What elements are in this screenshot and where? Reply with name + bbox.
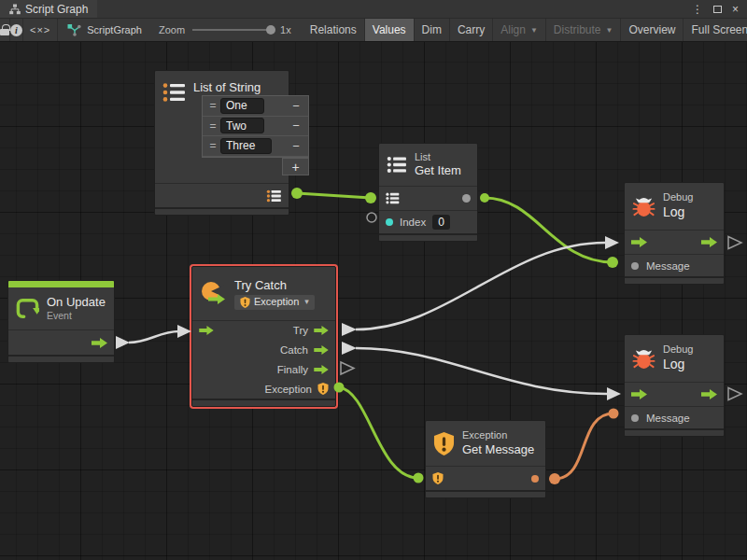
add-item-button[interactable]: + — [282, 158, 309, 175]
graph-toolbar: i <×> ScriptGraph Zoom 1x Relations Valu… — [0, 18, 747, 42]
flow-input-port[interactable] — [631, 389, 647, 399]
message-input-port[interactable] — [631, 414, 639, 422]
catch-row: Catch — [192, 340, 335, 359]
flow-output-port[interactable] — [701, 237, 717, 247]
tab-script-graph[interactable]: Script Graph — [0, 0, 97, 18]
message-input-port[interactable] — [631, 262, 639, 270]
remove-item-button[interactable]: − — [287, 139, 305, 153]
item-output-port[interactable] — [462, 194, 471, 203]
list-output-port[interactable] — [266, 189, 282, 203]
zoom-control: Zoom 1x — [151, 19, 299, 41]
flow-arrowhead — [342, 342, 357, 355]
wire-getitem-to-log-message[interactable] — [485, 198, 613, 262]
try-output-port[interactable] — [314, 326, 329, 335]
node-title: Try Catch — [234, 278, 315, 293]
node-footer — [625, 428, 724, 436]
wire-endpoint — [414, 473, 424, 483]
flow-arrowhead — [177, 325, 191, 338]
index-input-port[interactable] — [386, 218, 393, 226]
node-get-message[interactable]: Exception Get Message — [425, 420, 546, 498]
inspect-code-button[interactable]: <×> — [23, 19, 58, 41]
flow-input-port[interactable] — [631, 237, 647, 247]
wire-endpoint — [609, 409, 619, 419]
maximize-icon[interactable] — [713, 6, 722, 13]
wire-try-to-log[interactable] — [356, 243, 605, 329]
index-value-field[interactable]: 0 — [432, 215, 450, 230]
flow-arrowhead — [342, 323, 357, 336]
window-tab-bar: Script Graph ⋮ × — [0, 0, 747, 18]
wire-exception-to-getmessage[interactable] — [339, 387, 418, 478]
unconnected-value-port[interactable] — [367, 213, 376, 222]
graph-breadcrumb[interactable]: ScriptGraph — [58, 19, 151, 41]
list-item-input[interactable] — [220, 98, 264, 114]
toolbar-button-overview[interactable]: Overview — [621, 19, 684, 41]
index-input-row: Index 0 — [379, 210, 477, 233]
chevron-down-icon: ▼ — [606, 26, 613, 35]
node-footer — [192, 399, 335, 406]
flow-arrowhead — [116, 336, 130, 349]
node-get-item[interactable]: List Get Item Index 0 — [378, 143, 478, 242]
node-type: Debug — [663, 343, 693, 357]
toolbar-button-distribute[interactable]: Distribute ▼ — [546, 19, 622, 41]
wire-onupdate-to-trycatch[interactable] — [129, 331, 179, 343]
unconnected-flow-port[interactable] — [341, 362, 354, 374]
port-label: Exception — [264, 384, 312, 395]
drag-handle-icon[interactable]: = — [205, 119, 220, 133]
node-footer — [426, 490, 545, 497]
toolbar-button-relations[interactable]: Relations — [303, 19, 365, 41]
flow-row — [625, 382, 724, 406]
node-title: On Update — [47, 295, 106, 310]
lock-button[interactable] — [0, 19, 10, 41]
toolbar-button-dim[interactable]: Dim — [415, 19, 450, 41]
wire-catch-to-log[interactable] — [356, 348, 607, 394]
node-debug-log-top[interactable]: Debug Log Message — [624, 182, 725, 285]
list-item-input[interactable] — [220, 118, 264, 133]
zoom-slider[interactable] — [192, 29, 273, 31]
unconnected-flow-port[interactable] — [728, 237, 741, 249]
toolbar-button-values[interactable]: Values — [365, 19, 415, 41]
flow-output-port[interactable] — [701, 389, 717, 399]
close-icon[interactable]: × — [732, 4, 739, 15]
zoom-label: Zoom — [159, 24, 185, 35]
list-icon — [387, 156, 407, 174]
node-debug-log-bottom[interactable]: Debug Log Message — [624, 334, 725, 437]
catch-output-port[interactable] — [314, 345, 329, 355]
lock-icon — [0, 29, 9, 35]
drag-handle-icon[interactable]: = — [205, 99, 220, 112]
info-button[interactable]: i — [10, 19, 23, 41]
window-menu-icon[interactable]: ⋮ — [692, 4, 703, 15]
list-input-port[interactable] — [386, 192, 400, 204]
node-title: Log — [663, 204, 693, 221]
drag-handle-icon[interactable]: = — [205, 139, 220, 152]
finally-output-port[interactable] — [314, 365, 329, 374]
exception-type-dropdown[interactable]: Exception ▾ — [234, 295, 315, 310]
exception-output-port[interactable] — [317, 383, 329, 395]
toolbar-button-carry[interactable]: Carry — [450, 19, 493, 41]
flow-input-port[interactable] — [199, 326, 214, 335]
port-label: Try — [293, 325, 308, 336]
list-item-input[interactable] — [220, 138, 272, 154]
flow-row — [625, 230, 724, 254]
node-on-update[interactable]: On Update Event — [7, 280, 115, 363]
message-row: Message — [625, 406, 724, 428]
flow-output-port[interactable] — [92, 338, 107, 348]
message-output-port[interactable] — [531, 475, 539, 483]
remove-item-button[interactable]: − — [287, 119, 305, 133]
node-list-of-string[interactable]: List of String = − = − = − + — [154, 70, 289, 216]
toolbar-button-fullscreen[interactable]: Full Screen — [684, 19, 747, 41]
flow-arrowhead — [605, 236, 619, 249]
toolbar-button-align[interactable]: Align ▼ — [493, 19, 546, 41]
port-label: Message — [646, 413, 690, 424]
node-type: Debug — [663, 191, 693, 204]
unconnected-flow-port[interactable] — [728, 388, 741, 400]
exception-shield-icon — [433, 432, 455, 455]
port-label: Finally — [277, 364, 308, 375]
zoom-slider-knob[interactable] — [266, 25, 275, 35]
graph-canvas[interactable]: List of String = − = − = − + — [0, 42, 747, 560]
remove-item-button[interactable]: − — [287, 99, 305, 113]
exception-input-port[interactable] — [432, 472, 444, 484]
wire-getmessage-to-log-message[interactable] — [555, 413, 613, 479]
wire-list-to-getitem[interactable] — [297, 193, 371, 198]
node-try-catch[interactable]: Try Catch Exception ▾ Try — [191, 266, 336, 407]
node-title: List of String — [193, 80, 261, 95]
